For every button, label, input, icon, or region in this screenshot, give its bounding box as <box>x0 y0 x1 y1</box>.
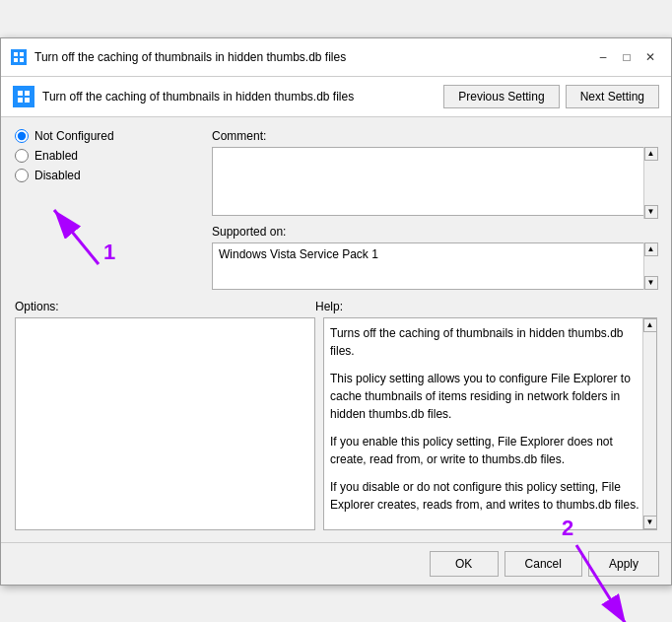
help-scroll-down[interactable]: ▼ <box>643 516 657 529</box>
radio-group: Not Configured Enabled Disabled <box>15 129 212 182</box>
svg-rect-1 <box>20 52 24 56</box>
help-scroll-up[interactable]: ▲ <box>643 318 657 332</box>
radio-disabled[interactable]: Disabled <box>15 169 212 182</box>
radio-not-configured[interactable]: Not Configured <box>15 129 212 143</box>
header-icon <box>13 86 34 107</box>
window-title: Turn off the caching of thumbnails in hi… <box>34 50 346 64</box>
svg-rect-6 <box>18 98 23 103</box>
close-button[interactable]: ✕ <box>639 46 661 68</box>
help-text: Turns off the caching of thumbnails in h… <box>330 324 650 514</box>
minimize-button[interactable]: – <box>592 46 614 68</box>
help-label: Help: <box>315 300 343 313</box>
apply-button[interactable]: Apply <box>588 551 659 577</box>
supported-scroll-up[interactable]: ▲ <box>644 242 658 256</box>
supported-value: Windows Vista Service Pack 1 <box>219 247 378 261</box>
scroll-up-arrow[interactable]: ▲ <box>644 147 658 161</box>
svg-rect-5 <box>25 91 30 96</box>
comment-scrollbar[interactable]: ▲ ▼ <box>643 147 657 219</box>
options-label: Options: <box>15 300 59 313</box>
svg-rect-7 <box>25 98 30 103</box>
svg-rect-2 <box>14 58 18 62</box>
radio-not-configured-label: Not Configured <box>34 129 114 143</box>
help-para-3: If you enable this policy setting, File … <box>330 433 650 468</box>
help-para-4: If you disable or do not configure this … <box>330 478 650 514</box>
radio-disabled-label: Disabled <box>34 169 81 182</box>
cancel-button[interactable]: Cancel <box>504 551 582 577</box>
header-title: Turn off the caching of thumbnails in hi… <box>42 90 354 104</box>
scroll-down-arrow[interactable]: ▼ <box>644 205 658 219</box>
options-box <box>15 317 315 530</box>
window-controls: – □ ✕ <box>592 46 661 68</box>
help-para-1: Turns off the caching of thumbnails in h… <box>330 324 650 360</box>
help-scrollbar[interactable]: ▲ ▼ <box>642 318 656 529</box>
next-setting-button[interactable]: Next Setting <box>566 85 659 108</box>
comment-label: Comment: <box>212 129 657 143</box>
svg-rect-4 <box>18 91 23 96</box>
radio-not-configured-input[interactable] <box>15 129 29 143</box>
supported-label: Supported on: <box>212 225 657 239</box>
help-panel: Turns off the caching of thumbnails in h… <box>323 317 657 530</box>
radio-disabled-input[interactable] <box>15 169 29 182</box>
radio-enabled[interactable]: Enabled <box>15 149 212 163</box>
radio-enabled-input[interactable] <box>15 149 29 163</box>
comment-textarea[interactable] <box>212 147 657 216</box>
supported-scroll-down[interactable]: ▼ <box>644 276 658 290</box>
help-box: Turns off the caching of thumbnails in h… <box>323 317 657 530</box>
supported-box: Windows Vista Service Pack 1 <box>212 242 657 290</box>
svg-rect-0 <box>14 52 18 56</box>
previous-setting-button[interactable]: Previous Setting <box>443 85 559 108</box>
options-panel <box>15 317 315 530</box>
svg-rect-3 <box>20 58 24 62</box>
radio-enabled-label: Enabled <box>34 149 78 163</box>
window-icon <box>11 49 27 65</box>
supported-scrollbar[interactable]: ▲ ▼ <box>643 242 657 290</box>
maximize-button[interactable]: □ <box>616 46 638 68</box>
ok-button[interactable]: OK <box>430 551 499 577</box>
help-para-2: This policy setting allows you to config… <box>330 370 650 423</box>
